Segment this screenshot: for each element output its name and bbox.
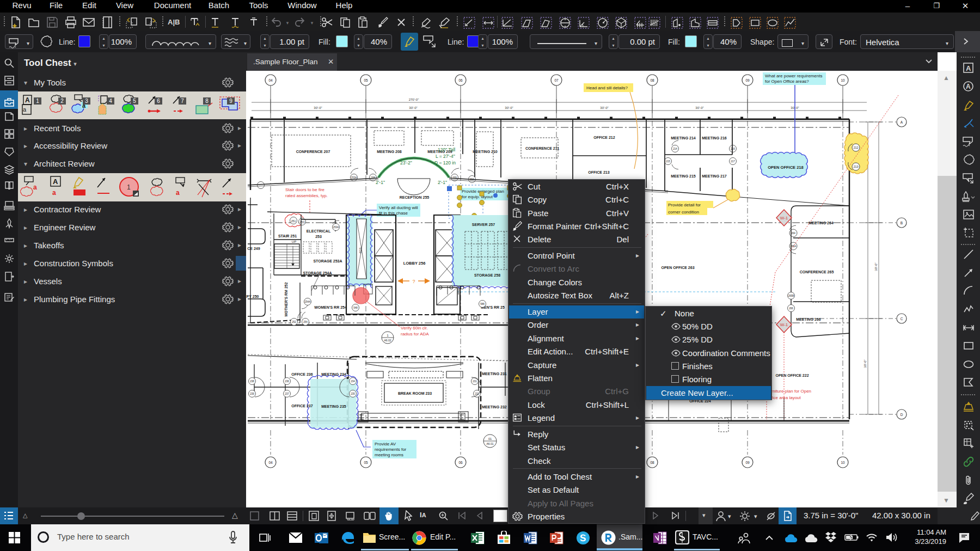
svg-text:A: A [901,120,903,124]
svg-text:30'-0": 30'-0" [863,359,867,368]
svg-text:210: 210 [470,178,474,181]
svg-text:LOBBY 256: LOBBY 256 [403,261,426,266]
svg-text:D: D [901,413,903,417]
svg-text:PY 250: PY 250 [247,295,259,298]
svg-text:meeting rooms: meeting rooms [375,452,403,457]
svg-text:254A: 254A [305,301,311,303]
svg-text:Stair doors to be fire: Stair doors to be fire [285,187,325,192]
svg-text:10: 10 [841,78,845,82]
svg-text:05: 05 [364,461,368,464]
svg-text:rated assemblies, typ.: rated assemblies, typ. [285,193,328,198]
svg-text:D = 120 in: D = 120 in [434,160,456,166]
svg-text:A: A [966,64,971,72]
svg-text:OPEN OFFICE 263: OPEN OFFICE 263 [661,266,694,270]
svg-text:MEETING 266: MEETING 266 [796,317,821,321]
svg-text:30'-0": 30'-0" [409,106,417,109]
svg-text:253A: 253A [333,226,339,229]
svg-text:MEETING 215: MEETING 215 [671,174,696,178]
svg-text:MEETING 264: MEETING 264 [808,221,834,225]
svg-text:OFFICE 236: OFFICE 236 [291,372,313,376]
svg-text:?: ? [412,279,415,284]
svg-text:Provide AV: Provide AV [375,442,396,446]
svg-text:a: a [176,189,180,197]
svg-text:04: 04 [268,461,273,464]
svg-text:MEETING 235: MEETING 235 [321,405,346,408]
svg-text:BREAK ROOM 233: BREAK ROOM 233 [398,391,432,395]
svg-text:CONFERENCE 211: CONFERENCE 211 [525,146,559,150]
svg-text:CONFERENCE 265: CONFERENCE 265 [800,270,834,274]
svg-text:for Open Office areas?: for Open Office areas? [765,79,809,84]
svg-text:234: 234 [351,380,355,383]
svg-text:CONFERENCE 207: CONFERENCE 207 [296,150,330,154]
svg-text:STAIR 251: STAIR 251 [278,234,297,238]
svg-text:Verify all ducting will: Verify all ducting will [379,205,418,210]
svg-text:office area layout: office area layout [768,395,801,400]
svg-text:265B: 265B [788,295,794,297]
svg-text:09: 09 [745,461,750,464]
svg-text:B: B [901,221,903,225]
svg-text:MEETING 217: MEETING 217 [702,174,727,178]
svg-text:2'-1": 2'-1" [438,180,447,185]
svg-text:04: 04 [268,78,273,82]
svg-text:270'-0": 270'-0" [409,98,419,101]
svg-text:212: 212 [853,146,858,149]
svg-text:a: a [52,189,56,197]
svg-text:a: a [23,106,27,113]
svg-text:548: 548 [353,307,358,309]
svg-text:What are power requirements: What are power requirements [765,74,822,78]
svg-text:MEETING 234: MEETING 234 [321,372,346,376]
svg-text:MEETING 208: MEETING 208 [377,150,402,154]
svg-text:OFFICE 213: OFFICE 213 [588,170,609,174]
svg-text:010: 010 [359,247,362,253]
svg-text:588: 588 [480,303,485,305]
svg-text:A6.01: A6.01 [486,442,493,445]
svg-text:STORAGE 254A: STORAGE 254A [303,271,332,275]
svg-text:120" Tall: 120" Tall [438,147,455,152]
svg-text:253A: 253A [351,176,357,179]
svg-text:217: 217 [731,160,735,163]
svg-text:06: 06 [458,78,463,82]
svg-text:1: 1 [387,334,388,337]
svg-text:A: A [25,96,30,104]
svg-text:STORAGE 258: STORAGE 258 [474,273,500,277]
svg-text:requirements for: requirements for [375,447,407,452]
svg-text:30'-0": 30'-0" [600,106,608,109]
svg-text:30'-0": 30'-0" [695,106,703,109]
svg-text:08: 08 [650,78,654,82]
svg-text:OPEN OFFICE 218: OPEN OFFICE 218 [768,165,803,170]
svg-text:RECEPTION 255: RECEPTION 255 [400,195,430,199]
svg-text:213: 213 [853,165,858,168]
svg-text:30'-0": 30'-0" [314,106,322,109]
svg-text:STORAGE 253A: STORAGE 253A [313,259,342,263]
svg-text:a: a [33,183,37,191]
svg-text:W-1: W-1 [780,216,788,221]
svg-text:264: 264 [791,232,795,235]
svg-text:10: 10 [841,461,845,464]
svg-text:MEETING 214: MEETING 214 [671,136,696,140]
svg-text:A6.02: A6.02 [384,339,391,342]
svg-text:MOTHER'S RM 252: MOTHER'S RM 252 [284,282,288,316]
svg-text:Head and sill details?: Head and sill details? [586,85,628,90]
svg-text:1: 1 [127,183,131,191]
svg-text:WOMEN'S RR 254: WOMEN'S RR 254 [314,305,347,309]
svg-text:for equip. layout: for equip. layout [462,194,493,199]
svg-text:253: 253 [300,221,305,224]
svg-text:215: 215 [666,160,670,163]
svg-text:30'-0": 30'-0" [505,106,513,109]
svg-text:corner condition: corner condition [668,210,699,215]
svg-text:253: 253 [315,235,322,238]
svg-text:furniture plan for Open: furniture plan for Open [768,389,811,394]
svg-text:UP: UP [292,240,296,243]
svg-text:MEETING 231: MEETING 231 [482,372,507,376]
svg-text:07: 07 [554,78,559,82]
svg-text:06: 06 [458,461,463,464]
svg-text:237: 237 [285,393,289,395]
svg-text:236: 236 [285,380,289,383]
svg-text:238: 238 [250,380,254,383]
svg-text:23'-2": 23'-2" [400,160,412,166]
svg-text:266: 266 [789,307,793,310]
svg-text:CE 249: CE 249 [247,247,260,250]
svg-text:OFFICE 237: OFFICE 237 [291,404,313,408]
svg-text:209: 209 [452,176,457,179]
svg-text:MEETING 210: MEETING 210 [473,150,498,154]
